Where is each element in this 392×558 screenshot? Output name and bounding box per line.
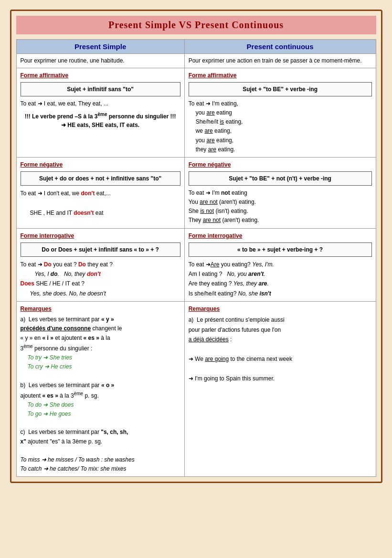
left-affirmative-cell: Forme affirmative Sujet + infinitif sans… [16,68,184,157]
left-negative-cell: Forme négative Sujet + do or does + not … [16,157,184,228]
right-column-header: Present continuous [184,40,376,54]
right-remarques-content: a) Le présent continu s'emploie aussi po… [189,315,372,383]
right-negative-examples: To eat ➜ I'm not eating You are not (are… [189,189,372,225]
left-interrogative-formula: Do or Does + sujet + infinitif sans « to… [21,242,180,257]
right-interrogative-examples: To eat ➜Are you eating? Yes, I'm. Am I e… [189,260,372,299]
left-affirmative-title: Forme affirmative [21,71,180,80]
left-interrogative-cell: Forme interrogative Do or Does + sujet +… [16,228,184,302]
left-interrogative-examples: To eat ➜ Do you eat ? Do they eat ? Yes,… [21,260,180,299]
left-intro-cell: Pour exprimer une routine, une habitude. [16,54,184,68]
left-remarques-content: a) Les verbes se terminant par « y » pré… [21,315,180,474]
main-table: Present Simple Present continuous Pour e… [16,39,376,477]
right-affirmative-cell: Forme affirmative Sujet + "to BE" + verb… [184,68,376,157]
page-title: Present Simple VS Present Continuous [16,16,376,34]
right-affirmative-examples: To eat ➜ I'm eating, you are eating She/… [189,99,372,154]
right-interrogative-formula: « to be » + sujet + verbe-ing + ? [189,242,372,257]
right-interrogative-title: Forme interrogative [189,232,372,240]
left-negative-formula: Sujet + do or does + not + infinitive sa… [21,171,180,186]
left-affirmative-example: To eat ➜ I eat, we eat, They eat, ... [21,99,180,108]
right-interrogative-cell: Forme interrogative « to be » + sujet + … [184,228,376,302]
left-negative-title: Forme négative [21,160,180,169]
right-affirmative-title: Forme affirmative [189,71,372,80]
left-affirmative-note: !!! Le verbe prend –S à la 3ème personne… [21,111,180,129]
right-negative-title: Forme négative [189,160,372,169]
right-negative-cell: Forme négative Sujet + "to BE" + not (n'… [184,157,376,228]
left-remarques-cell: Remarques a) Les verbes se terminant par… [16,302,184,477]
right-intro-cell: Pour exprimer une action en train de se … [184,54,376,68]
left-negative-examples: To eat ➜ I don't eat, we don't eat,... S… [21,189,180,218]
left-affirmative-formula: Sujet + infinitif sans "to" [21,82,180,96]
left-column-header: Present Simple [16,40,184,54]
right-negative-formula: Sujet + "to BE" + not (n't) + verbe -ing [189,171,372,186]
right-affirmative-formula: Sujet + "to BE" + verbe -ing [189,82,372,96]
page-wrapper: Present Simple VS Present Continuous Pre… [10,10,382,483]
right-remarques-cell: Remarques a) Le présent continu s'emploi… [184,302,376,477]
left-remarques-title: Remarques [21,305,180,313]
right-remarques-title: Remarques [189,305,372,313]
left-interrogative-title: Forme interrogative [21,232,180,240]
